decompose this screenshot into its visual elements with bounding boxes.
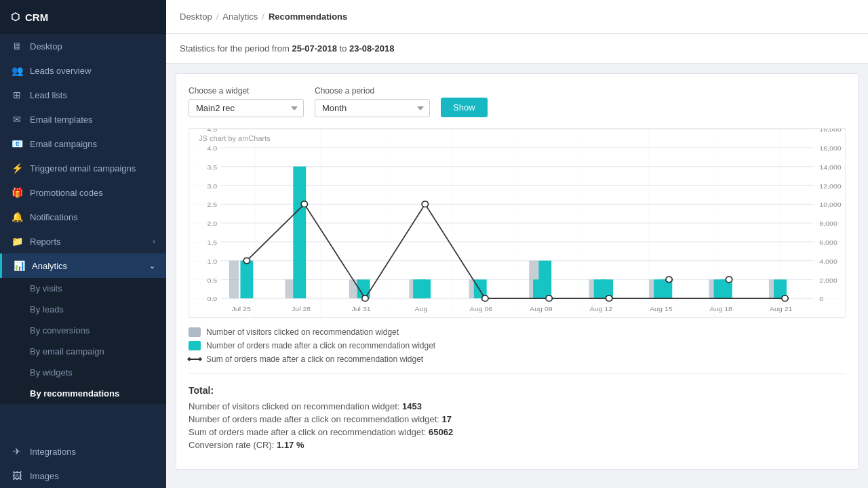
by-email-campaign-label: By email campaign (30, 346, 104, 357)
legend-label-sum: Sum of orders made after a click on reco… (206, 354, 423, 364)
sidebar-item-promotional-codes[interactable]: 🎁 Promotional codes (0, 180, 166, 205)
legend-label-orders: Number of orders made after a click on r… (206, 341, 435, 350)
svg-point-73 (666, 277, 672, 283)
notifications-icon: 🔔 (11, 211, 23, 222)
svg-point-69 (422, 201, 428, 207)
svg-text:4.0: 4.0 (208, 145, 218, 152)
sidebar-item-desktop[interactable]: 🖥 Desktop (0, 34, 166, 58)
breadcrumb-analytics[interactable]: Analytics (222, 12, 258, 22)
topbar: Desktop / Analytics / Recommendations (166, 0, 868, 34)
main-content: Desktop / Analytics / Recommendations St… (166, 0, 868, 488)
sidebar-item-leads-overview[interactable]: 👥 Leads overview (0, 58, 166, 83)
sidebar-sub-by-leads[interactable]: By leads (0, 299, 166, 320)
legend-line-sum (189, 359, 201, 360)
totals-value-2: 65062 (429, 427, 453, 437)
sidebar-sub-by-recommendations[interactable]: By recommendations (0, 383, 166, 404)
totals-row-2: Sum of orders made after a click on reco… (189, 427, 846, 437)
date-to: 23-08-2018 (349, 43, 395, 54)
svg-text:0.5: 0.5 (208, 277, 218, 283)
svg-text:Jul 28: Jul 28 (292, 306, 311, 312)
chart-legend: Number of visitors clicked on recommenda… (189, 327, 846, 364)
svg-rect-51 (240, 261, 253, 299)
sidebar-sub-by-visits[interactable]: By visits (0, 278, 166, 299)
content-area: Statistics for the period from 25-07-201… (166, 34, 868, 488)
svg-text:1.0: 1.0 (208, 258, 218, 264)
widget-select[interactable]: Main2 rec Widget 1 Widget 2 (189, 99, 304, 117)
period-select[interactable]: Day Week Month Year (315, 99, 430, 117)
svg-text:3.5: 3.5 (208, 163, 218, 170)
reports-arrow: › (153, 237, 155, 245)
sidebar-item-label: Desktop (30, 41, 155, 52)
svg-point-74 (726, 277, 732, 283)
totals-value-1: 17 (442, 414, 452, 424)
sidebar-item-lead-lists[interactable]: ⊞ Lead lists (0, 83, 166, 107)
sidebar-item-images[interactable]: 🖼 Images (0, 464, 166, 488)
widget-controls: Choose a widget Main2 rec Widget 1 Widge… (189, 86, 846, 117)
images-icon: 🖼 (11, 470, 23, 481)
sidebar-item-email-templates[interactable]: ✉ Email templates (0, 107, 166, 131)
analytics-icon: 📊 (13, 260, 25, 271)
sidebar-item-analytics[interactable]: 📊 Analytics ⌄ (0, 253, 166, 278)
breadcrumb-desktop[interactable]: Desktop (180, 12, 212, 22)
svg-rect-52 (293, 167, 306, 299)
svg-text:Jul 25: Jul 25 (231, 306, 251, 312)
svg-text:10,000: 10,000 (819, 201, 842, 208)
svg-text:0: 0 (819, 296, 823, 302)
svg-rect-58 (538, 261, 551, 299)
reports-icon: 📁 (11, 236, 23, 247)
email-campaigns-icon: 📧 (11, 138, 23, 149)
to-text: to (337, 43, 349, 54)
by-visits-label: By visits (30, 283, 62, 293)
stats-text: Statistics for the period from (180, 43, 292, 54)
totals-value-0: 1453 (402, 401, 422, 411)
legend-box-teal (189, 341, 201, 350)
sidebar-item-triggered-email[interactable]: ⚡ Triggered email campaigns (0, 156, 166, 180)
sidebar-sub-by-email-campaign[interactable]: By email campaign (0, 341, 166, 362)
sidebar-item-notifications[interactable]: 🔔 Notifications (0, 205, 166, 229)
totals-value-3: 1.17 % (277, 440, 304, 450)
svg-point-75 (782, 296, 788, 302)
sidebar-item-reports[interactable]: 📁 Reports › (0, 229, 166, 253)
sidebar-item-email-campaigns[interactable]: 📧 Email campaigns (0, 131, 166, 156)
leads-overview-icon: 👥 (11, 65, 23, 76)
show-button[interactable]: Show (441, 98, 488, 117)
lead-lists-icon: ⊞ (11, 89, 23, 100)
svg-point-71 (546, 296, 552, 302)
totals-label-3: Conversion rate (CR): (189, 440, 277, 450)
svg-rect-41 (229, 261, 239, 299)
sidebar-sub-by-widgets[interactable]: By widgets (0, 362, 166, 383)
svg-text:Aug 21: Aug 21 (770, 306, 793, 312)
totals-row-3: Conversion rate (CR): 1.17 % (189, 440, 846, 450)
svg-point-67 (301, 201, 307, 207)
sidebar-item-label: Lead lists (30, 90, 155, 100)
sidebar-item-label: Email templates (30, 115, 155, 125)
by-widgets-label: By widgets (30, 367, 73, 378)
sidebar-item-label: Notifications (30, 212, 155, 222)
legend-box-gray (189, 327, 201, 337)
sidebar-item-label: Email campaigns (30, 139, 155, 149)
svg-text:Aug: Aug (415, 306, 428, 312)
analytics-panel: Choose a widget Main2 rec Widget 1 Widge… (176, 73, 859, 470)
analytics-submenu: By visits By leads By conversions By ema… (0, 278, 166, 404)
svg-text:Jul 31: Jul 31 (351, 306, 371, 312)
svg-text:2.5: 2.5 (208, 201, 218, 208)
sidebar-item-label: Promotional codes (30, 188, 155, 198)
by-leads-label: By leads (30, 304, 64, 314)
svg-point-72 (606, 296, 612, 302)
totals-row-1: Number of orders made after a click on r… (189, 414, 846, 424)
totals-label-0: Number of visitors clicked on recommenda… (189, 401, 402, 411)
totals-section: Total: Number of visitors clicked on rec… (189, 381, 846, 457)
legend-label-visitors: Number of visitors clicked on recommenda… (206, 327, 399, 337)
sidebar-item-integrations[interactable]: ✈ Integrations (0, 439, 166, 464)
svg-text:Aug 15: Aug 15 (650, 306, 673, 312)
period-control-group: Choose a period Day Week Month Year (315, 86, 430, 117)
sidebar-item-label: Triggered email campaigns (30, 163, 155, 174)
svg-text:Aug 12: Aug 12 (590, 306, 613, 312)
sidebar-item-label: Analytics (32, 261, 142, 271)
breadcrumb-current: Recommendations (269, 12, 347, 22)
sidebar-sub-by-conversions[interactable]: By conversions (0, 320, 166, 341)
svg-text:18,000: 18,000 (819, 129, 842, 133)
svg-text:Aug 09: Aug 09 (530, 306, 553, 312)
svg-text:Aug 18: Aug 18 (709, 306, 732, 312)
period-label: Choose a period (315, 86, 430, 96)
